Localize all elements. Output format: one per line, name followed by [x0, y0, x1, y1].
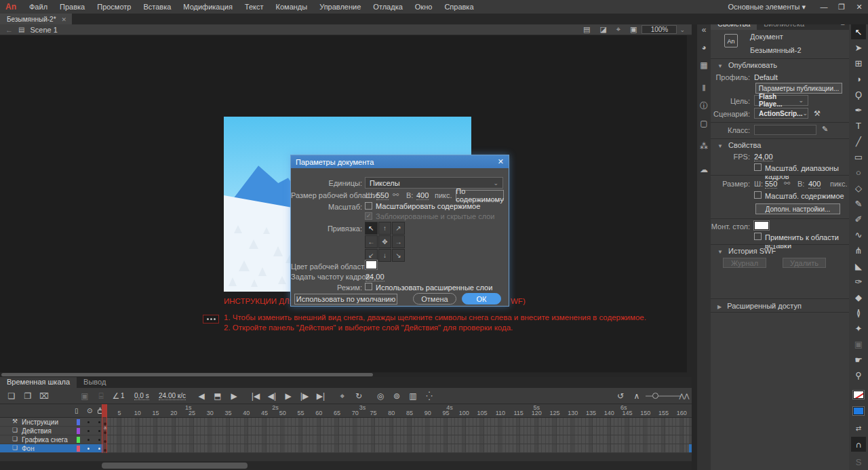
layer-lock-dot[interactable] — [98, 421, 100, 423]
eraser-tool-icon[interactable]: ◆ — [851, 290, 866, 305]
frame-rate-value[interactable]: 24.00 к/с — [159, 392, 186, 400]
go-first-frame-button[interactable]: |◀ — [250, 390, 262, 402]
step-back-button[interactable]: ◀ — [195, 390, 208, 402]
prev-frame-button[interactable]: ◀| — [266, 390, 278, 402]
layer-name[interactable]: Фон — [22, 445, 35, 452]
elapsed-time-value[interactable]: 0,0 s — [134, 392, 149, 400]
layer-name[interactable]: Инструкции — [22, 418, 58, 426]
brush-tool-icon[interactable]: ✐ — [851, 212, 866, 227]
menu-управление[interactable]: Управление — [313, 3, 367, 11]
center-stage-icon[interactable]: ⌖ — [612, 25, 625, 34]
menu-правка[interactable]: Правка — [54, 3, 91, 11]
brush-library-icon[interactable]: ⁂ — [697, 138, 711, 155]
anchor-cell-2[interactable]: ↗ — [392, 222, 405, 235]
snow-symbol-instance[interactable] — [203, 315, 219, 324]
new-layer-button[interactable]: ❏ — [5, 390, 18, 402]
dialog-close-icon[interactable]: ✕ — [498, 157, 504, 166]
info-panel-icon[interactable]: ⓘ — [697, 98, 711, 114]
play-button[interactable]: ▶ — [282, 390, 294, 402]
timeline-zoom-out-icon[interactable]: ∧ — [631, 390, 643, 402]
back-icon[interactable]: ← — [0, 26, 18, 34]
loop-frame-icon[interactable]: ⬒ — [212, 390, 224, 402]
stage-color-swatch[interactable] — [366, 260, 377, 269]
height-value[interactable]: 400 — [416, 191, 429, 200]
frame-grid[interactable] — [103, 418, 689, 426]
layer-visibility-dot[interactable] — [87, 421, 90, 423]
advanced-layers-checkbox[interactable] — [365, 283, 372, 290]
target-dropdown[interactable]: Flash Playe...⌄ — [754, 95, 808, 106]
accessibility-section-header[interactable]: ▶ Расширенный доступ — [717, 302, 802, 310]
transform-panel-icon[interactable]: ▢ — [697, 115, 711, 132]
edit-symbols-icon[interactable]: ◪ — [595, 25, 611, 34]
anchor-cell-3[interactable]: ← — [365, 235, 378, 248]
layer-lock-dot[interactable] — [98, 430, 100, 432]
fps-value[interactable]: 24,00 — [754, 153, 773, 161]
cc-libraries-icon[interactable]: ☁ — [697, 161, 711, 178]
reset-timeline-zoom-icon[interactable]: ↺ — [614, 390, 627, 402]
current-frame-value[interactable]: 1 — [121, 392, 125, 399]
anchor-cell-0[interactable]: ↖ — [365, 222, 378, 235]
advanced-settings-button[interactable]: Дополн. настройки... — [755, 203, 840, 214]
clip-content-icon[interactable]: ▣ — [625, 25, 642, 34]
scrollbar-thumb[interactable] — [1, 373, 373, 376]
menu-просмотр[interactable]: Просмотр — [91, 3, 137, 11]
polystar-tool-icon[interactable]: ◇ — [851, 180, 866, 195]
paint-bucket-tool-icon[interactable]: ◣ — [851, 258, 866, 273]
advanced-layers-checkbox-label[interactable]: Использовать расширенные слои — [376, 283, 492, 292]
scale-frame-ranges-checkbox[interactable] — [754, 163, 762, 171]
gradient-transform-tool-icon[interactable]: ◑ — [851, 71, 866, 86]
selection-tool-icon[interactable]: ↖ — [851, 24, 866, 39]
width-tool-icon[interactable]: ≬ — [851, 305, 866, 320]
line-tool-icon[interactable]: ╱ — [851, 134, 866, 149]
onion-skin-icon[interactable]: ◎ — [374, 390, 387, 402]
menu-справка[interactable]: Справка — [438, 3, 479, 11]
cancel-button[interactable]: Отмена — [413, 293, 456, 305]
layer-lock-dot[interactable] — [98, 439, 100, 441]
layer-visibility-dot[interactable] — [87, 430, 90, 432]
apply-to-paste-checkbox[interactable] — [754, 233, 762, 240]
asset-warp-tool-icon[interactable]: ✦ — [851, 321, 866, 336]
ok-button[interactable]: ОК — [462, 293, 501, 305]
step-forward-button[interactable]: ▶ — [228, 390, 240, 402]
frame-grid[interactable] — [103, 444, 689, 452]
snap-to-objects-icon[interactable]: ∩ — [851, 437, 866, 452]
document-tab[interactable]: Безымянный-2* ✕ — [0, 14, 72, 24]
match-contents-button[interactable]: По содержимому — [456, 190, 504, 201]
zoom-tool-icon[interactable]: ⚲ — [851, 368, 866, 383]
modify-markers-icon[interactable]: ⁛ — [423, 390, 435, 402]
layer-name[interactable]: Действия — [22, 427, 52, 435]
frame-grid[interactable] — [103, 435, 689, 444]
zoom-level-input[interactable]: 100% — [642, 25, 677, 34]
zoom-chevron-icon[interactable]: ⌄ — [679, 26, 692, 33]
anchor-cell-8[interactable]: ↘ — [392, 249, 405, 262]
menu-отладка[interactable]: Отладка — [367, 3, 408, 11]
use-default-button[interactable]: Использовать по умолчанию — [294, 294, 397, 305]
apply-to-paste-label[interactable]: Применить к области вставки — [765, 233, 849, 250]
layer-color-swatch[interactable] — [77, 419, 80, 425]
edit-scene-icon[interactable]: ▤ — [578, 25, 595, 34]
publish-section-header[interactable]: ▼ Опубликовать — [717, 61, 777, 69]
stroke-color-swatch[interactable] — [853, 391, 864, 399]
swatches-panel-icon[interactable]: ▦ — [697, 57, 711, 73]
workspace-switcher[interactable]: Основные элементы ▾ — [728, 3, 815, 12]
anchor-cell-5[interactable]: → — [392, 235, 405, 248]
free-transform-tool-icon[interactable]: ⊞ — [851, 56, 866, 71]
subselection-tool-icon[interactable]: ➤ — [851, 40, 866, 55]
eyedropper-tool-icon[interactable]: ✑ — [851, 274, 866, 289]
rectangle-tool-icon[interactable]: ▭ — [851, 149, 866, 164]
menu-вставка[interactable]: Вставка — [137, 3, 177, 11]
center-frame-icon[interactable]: ⌖ — [336, 390, 349, 402]
anchor-cell-4[interactable]: ✥ — [378, 235, 391, 248]
hand-tool-icon[interactable]: ☛ — [851, 352, 866, 367]
align-panel-icon[interactable]: ⫴ — [697, 80, 711, 96]
minimize-button[interactable]: — — [815, 3, 833, 11]
fill-color-swatch[interactable] — [853, 407, 864, 415]
new-folder-button[interactable]: ❐ — [22, 390, 34, 402]
delete-layer-button[interactable]: ⌧ — [38, 390, 50, 402]
tab-timeline[interactable]: Временная шкала — [0, 377, 77, 388]
menu-модификация[interactable]: Модификация — [177, 3, 239, 11]
text-tool-icon[interactable]: T — [851, 118, 866, 133]
pencil-icon[interactable]: ✎ — [822, 125, 828, 134]
anchor-cell-7[interactable]: ↓ — [378, 249, 391, 262]
scale-frame-ranges-label[interactable]: Масштаб. диапазоны кадров — [765, 164, 849, 180]
